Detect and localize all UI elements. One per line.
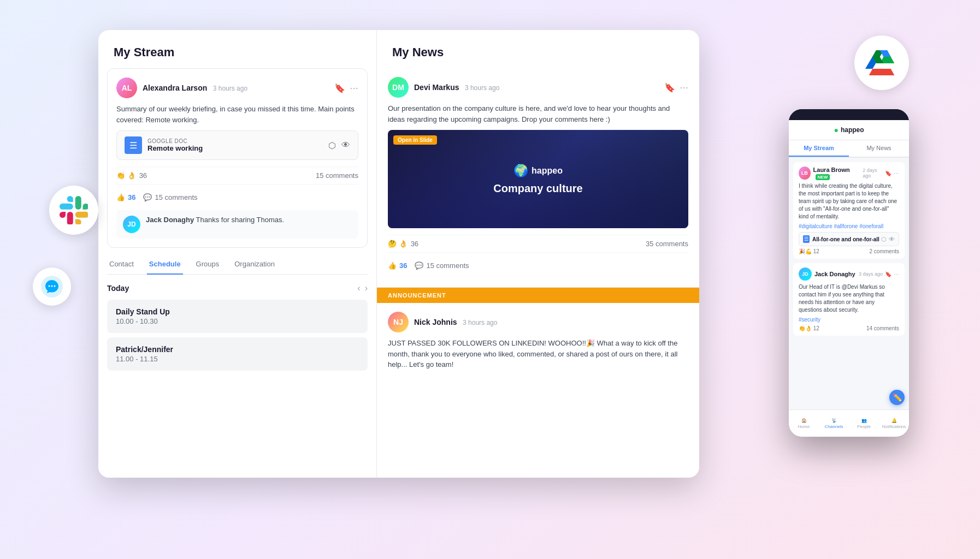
news-bookmark-icon[interactable]: 🔖 [664,82,675,93]
mobile-post-actions-2: 3 days ago 🔖 ⋯ [859,271,899,277]
mobile-comments-1: 2 comments [870,248,899,254]
mobile-nav-channels[interactable]: 📡 Channels [819,410,849,437]
doc-name: Remote working [147,144,203,152]
news-like-bar: 👍 36 💬 15 comments [388,258,688,273]
announcement-avatar: NJ [388,312,409,332]
mobile-tab-stream[interactable]: My Stream [789,140,849,157]
mobile-more-2[interactable]: ⋯ [894,271,899,277]
slack-icon-bubble [49,186,98,235]
mobile-doc-label: All-for-one and one-for-all [812,236,879,242]
compose-fab[interactable]: ✏️ [889,390,905,405]
mobile-logo: ● happeo [834,126,864,134]
news-comment-count: 15 comments [426,261,469,270]
like-button[interactable]: 👍 36 [116,193,135,201]
mobile-content: ● happeo My Stream My News LB [789,120,909,437]
news-more-icon[interactable]: ⋯ [680,82,688,93]
news-post-actions: 🔖 ⋯ [664,82,688,93]
mobile-name-laura: Laura Brown [813,166,850,173]
news-image-bg: 🌍 happeo Company culture [388,130,688,228]
mobile-doc-actions: ⬡ 👁 [881,236,895,243]
mobile-bottom-nav: 🏠 Home 📡 Channels 👥 People 🔔 Notificatio… [789,409,909,437]
home-label: Home [798,424,810,429]
schedule-tabs: Contact Schedule Groups Organization [107,254,368,275]
mobile-reactions-jack: 👏👌 12 14 comments [799,325,899,331]
post-header: AL Alexandra Larson 3 hours ago 🔖 ⋯ [116,78,358,98]
post-time: 3 hours ago [213,85,247,92]
news-thumbs-up-icon: 👍 [388,261,397,270]
news-comment-button[interactable]: 💬 15 comments [415,261,469,270]
mobile-hashtags-jack: #security [799,317,899,323]
mobile-post-text-jack: Our Head of IT is @Devi Markus so contac… [799,283,899,314]
tab-contact[interactable]: Contact [107,254,136,275]
mobile-author-1: LB Laura Brown NEW [799,166,863,180]
external-link-icon[interactable]: ⬡ [328,140,336,151]
google-doc-icon: ☰ [125,136,142,154]
mobile-post-header-1: LB Laura Brown NEW 2 days ago 🔖 ⋯ [799,166,899,180]
mobile-post-text-laura: I think while creating the digital cultu… [799,182,899,221]
people-icon: 👥 [861,418,867,423]
prev-arrow[interactable]: ‹ [357,283,360,293]
tab-groups[interactable]: Groups [194,254,222,275]
news-author-avatar: DM [388,77,409,98]
bookmark-icon[interactable]: 🔖 [334,83,345,93]
like-count: 36 [128,193,135,201]
schedule-header: Today ‹ › [107,283,368,293]
mobile-nav-home[interactable]: 🏠 Home [789,410,819,437]
people-label: People [857,424,871,429]
mobile-tabs: My Stream My News [789,140,909,158]
comment-message: Thanks for sharing Thomas. [196,216,285,224]
mobile-more-1[interactable]: ⋯ [894,170,899,176]
news-image-label: Company culture [493,182,582,195]
doc-attachment[interactable]: ☰ GOOGLE DOC Remote working ⬡ 👁 [116,130,358,160]
announcement-author: Nick Johnis [414,318,457,326]
event-patrick-jennifer[interactable]: Patrick/Jennifer 11.00 - 11.15 [107,337,368,371]
announcement-author-info: NJ Nick Johnis 3 hours ago [388,312,497,332]
comment-count: 15 comments [155,193,197,201]
mobile-nav-people[interactable]: 👥 People [849,410,879,437]
doc-type-label: GOOGLE DOC [147,138,203,144]
news-like-button[interactable]: 👍 36 [388,261,407,270]
svg-point-2 [51,286,53,287]
news-like-count: 36 [399,261,407,270]
announcement-post: NJ Nick Johnis 3 hours ago JUST PASSED 3… [377,303,699,379]
open-slide-btn[interactable]: Open in Slide [393,135,437,145]
mobile-post-header-2: JD Jack Donaghy 3 days ago 🔖 ⋯ [799,267,899,281]
schedule-today-label: Today [107,284,129,293]
tab-schedule[interactable]: Schedule [147,254,183,275]
mobile-reaction-1: 🎉💪 12 [799,248,819,254]
mobile-nav-notifications[interactable]: 🔔 Notifications [879,410,909,437]
gdrive-icon-bubble [854,35,909,90]
mobile-doc-info: ☰ All-for-one and one-for-all [803,235,879,243]
mobile-external-icon[interactable]: ⬡ [881,236,887,243]
news-comment-icon: 💬 [415,261,423,270]
comment-button[interactable]: 💬 15 comments [143,193,197,201]
mobile-tab-news[interactable]: My News [849,140,909,157]
thumbs-up-icon: 👍 [116,193,125,201]
mobile-eye-icon[interactable]: 👁 [889,236,895,243]
next-arrow[interactable]: › [365,283,368,293]
mobile-status-bar [789,109,909,120]
mobile-avatar-laura: LB [799,166,811,180]
eye-icon[interactable]: 👁 [341,140,350,151]
commenter-name: Jack Donaghy [146,216,194,224]
news-post-body: Our presentation on the company culture … [388,103,688,124]
happeo-mobile-brand: happeo [841,126,864,134]
comment-preview: JD Jack Donaghy Thanks for sharing Thoma… [116,210,358,239]
mobile-doc-attachment[interactable]: ☰ All-for-one and one-for-all ⬡ 👁 [799,232,899,246]
mobile-bookmark-1[interactable]: 🔖 [885,170,892,176]
mobile-bookmark-2[interactable]: 🔖 [885,271,892,277]
more-icon[interactable]: ⋯ [350,83,358,93]
svg-point-3 [54,286,56,287]
news-reactions-row: 🤔 👌 36 35 comments [388,235,688,253]
tab-organization[interactable]: Organization [232,254,277,275]
doc-info: ☰ GOOGLE DOC Remote working [125,136,203,154]
event-time-1: 10.00 - 10.30 [116,317,359,325]
stream-post-card: AL Alexandra Larson 3 hours ago 🔖 ⋯ Summ… [107,68,368,248]
channels-label: Channels [825,424,843,429]
news-title: My News [377,30,699,68]
people-silhouette [388,130,688,228]
event-daily-standup[interactable]: Daily Stand Up 10.00 - 10.30 [107,300,368,333]
mobile-name-jack: Jack Donaghy [814,271,855,277]
news-panel: My News DM Devi Markus 3 hours ago 🔖 [377,30,699,478]
stream-panel: My Stream AL Alexandra Larson 3 hours ag… [98,30,377,478]
